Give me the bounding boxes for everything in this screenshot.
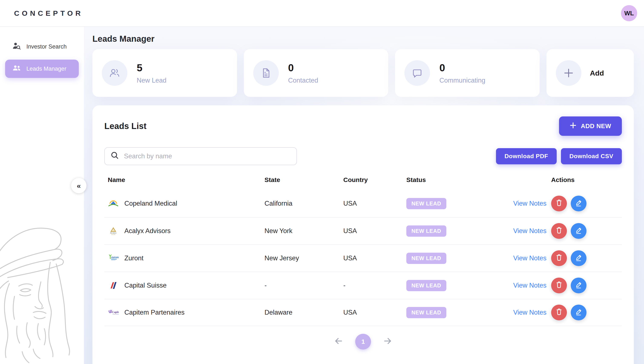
view-notes-link[interactable]: View Notes bbox=[513, 227, 546, 234]
stat-label: Contacted bbox=[288, 77, 318, 84]
davinci-sketch-watermark bbox=[0, 222, 82, 364]
lead-status-cell: NEW LEAD bbox=[406, 226, 508, 237]
notes-cell: View Notes bbox=[508, 227, 551, 235]
status-badge: NEW LEAD bbox=[406, 280, 446, 291]
leads-list-panel: Leads List ADD NEW Download PDF bbox=[93, 105, 634, 364]
lead-name-cell: AcalyxAcalyx Advisors bbox=[108, 226, 265, 236]
sidebar-item-leads-manager[interactable]: Leads Manager bbox=[5, 60, 79, 78]
company-logo-icon: zuront bbox=[108, 253, 119, 264]
search-input[interactable] bbox=[124, 152, 291, 160]
add-lead-card[interactable]: Add bbox=[546, 49, 634, 97]
lead-name: Capital Suisse bbox=[124, 282, 167, 289]
view-notes-link[interactable]: View Notes bbox=[513, 309, 546, 316]
stat-card-contacted: 0 Contacted bbox=[244, 49, 388, 97]
sidebar-item-investor-search[interactable]: Investor Search bbox=[5, 38, 79, 56]
table-row: CapitemPartenairesCapitem PartenairesDel… bbox=[104, 299, 622, 326]
edit-lead-button[interactable] bbox=[571, 223, 586, 239]
delete-lead-button[interactable] bbox=[551, 196, 567, 212]
column-header-country: Country bbox=[343, 176, 406, 184]
next-page-button[interactable] bbox=[382, 336, 393, 348]
lead-status-cell: NEW LEAD bbox=[406, 198, 508, 209]
view-notes-link[interactable]: View Notes bbox=[513, 200, 546, 207]
lead-name: Acalyx Advisors bbox=[124, 227, 171, 235]
trash-icon bbox=[555, 199, 563, 208]
arrow-left-icon bbox=[333, 336, 344, 348]
page-number-button[interactable]: 1 bbox=[355, 334, 371, 350]
app-shell: Investor Search Leads Manager « bbox=[0, 0, 644, 364]
search-icon bbox=[110, 151, 119, 162]
main-content: Leads Manager 5 New Lead 0 Contacted bbox=[84, 27, 644, 364]
company-logo-icon bbox=[108, 198, 119, 209]
lead-name: Zuront bbox=[124, 254, 144, 262]
notes-cell: View Notes bbox=[508, 254, 551, 262]
lead-state: Delaware bbox=[265, 309, 343, 316]
company-logo-icon: Acalyx bbox=[108, 226, 119, 236]
pagination: 1 bbox=[104, 334, 622, 350]
stat-card-communicating: 0 Communicating bbox=[395, 49, 540, 97]
delete-lead-button[interactable] bbox=[551, 278, 567, 293]
company-logo-icon bbox=[108, 280, 119, 291]
column-header-name: Name bbox=[108, 176, 265, 184]
status-badge: NEW LEAD bbox=[406, 226, 446, 237]
column-header-state: State bbox=[265, 176, 343, 184]
sidebar-collapse-button[interactable]: « bbox=[71, 178, 87, 193]
view-notes-link[interactable]: View Notes bbox=[513, 282, 546, 289]
pencil-icon bbox=[574, 199, 583, 208]
person-search-icon bbox=[12, 42, 21, 52]
status-badge: NEW LEAD bbox=[406, 253, 446, 264]
delete-lead-button[interactable] bbox=[551, 223, 567, 239]
lead-name: Capitem Partenaires bbox=[124, 309, 185, 316]
top-bar: CONCEPTOR WL bbox=[0, 0, 644, 27]
chat-bubble-icon bbox=[404, 60, 430, 86]
plus-icon bbox=[570, 122, 576, 130]
status-badge: NEW LEAD bbox=[406, 198, 446, 209]
people-icon bbox=[12, 64, 21, 74]
lead-country: USA bbox=[343, 254, 406, 262]
actions-cell bbox=[551, 278, 622, 293]
edit-lead-button[interactable] bbox=[571, 278, 586, 293]
leads-table-body: Copeland MedicalCaliforniaUSANEW LEADVie… bbox=[104, 190, 622, 326]
stat-value: 0 bbox=[439, 62, 485, 74]
notes-cell: View Notes bbox=[508, 309, 551, 316]
actions-cell bbox=[551, 196, 622, 212]
stat-value: 5 bbox=[137, 62, 167, 74]
download-pdf-button[interactable]: Download PDF bbox=[496, 148, 557, 164]
user-avatar[interactable]: WL bbox=[621, 5, 637, 21]
actions-cell bbox=[551, 250, 622, 266]
lead-name-cell: CapitemPartenairesCapitem Partenaires bbox=[108, 307, 265, 318]
add-new-button[interactable]: ADD NEW bbox=[559, 116, 622, 136]
stat-card-new-lead: 5 New Lead bbox=[93, 49, 237, 97]
edit-lead-button[interactable] bbox=[571, 304, 586, 320]
view-notes-link[interactable]: View Notes bbox=[513, 254, 546, 262]
delete-lead-button[interactable] bbox=[551, 250, 567, 266]
previous-page-button[interactable] bbox=[333, 336, 344, 348]
table-row: Copeland MedicalCaliforniaUSANEW LEADVie… bbox=[104, 190, 622, 217]
app-logo: CONCEPTOR bbox=[14, 9, 83, 18]
column-header-status: Status bbox=[406, 176, 508, 184]
arrow-right-icon bbox=[382, 336, 393, 348]
sidebar-item-label: Investor Search bbox=[27, 44, 67, 50]
sidebar: Investor Search Leads Manager « bbox=[0, 27, 84, 364]
table-row: Capital Suisse--NEW LEADView Notes bbox=[104, 272, 622, 299]
svg-text:Partenaires: Partenaires bbox=[113, 314, 119, 315]
search-box bbox=[104, 147, 297, 165]
pencil-icon bbox=[574, 308, 583, 318]
delete-lead-button[interactable] bbox=[551, 304, 567, 320]
leads-list-title: Leads List bbox=[104, 121, 147, 131]
status-badge: NEW LEAD bbox=[406, 307, 446, 318]
lead-name-cell: zurontZuront bbox=[108, 253, 265, 264]
pencil-icon bbox=[574, 254, 583, 263]
actions-cell bbox=[551, 223, 622, 239]
column-header-actions: Actions bbox=[551, 176, 622, 184]
document-icon bbox=[253, 60, 279, 86]
pencil-icon bbox=[574, 226, 583, 236]
download-csv-button[interactable]: Download CSV bbox=[561, 148, 622, 164]
stat-label: New Lead bbox=[137, 77, 167, 84]
edit-lead-button[interactable] bbox=[571, 196, 586, 212]
plus-icon bbox=[556, 60, 581, 86]
edit-lead-button[interactable] bbox=[571, 250, 586, 266]
lead-country: USA bbox=[343, 309, 406, 316]
lead-name-cell: Capital Suisse bbox=[108, 280, 265, 291]
notes-cell: View Notes bbox=[508, 282, 551, 289]
lead-status-cell: NEW LEAD bbox=[406, 253, 508, 264]
